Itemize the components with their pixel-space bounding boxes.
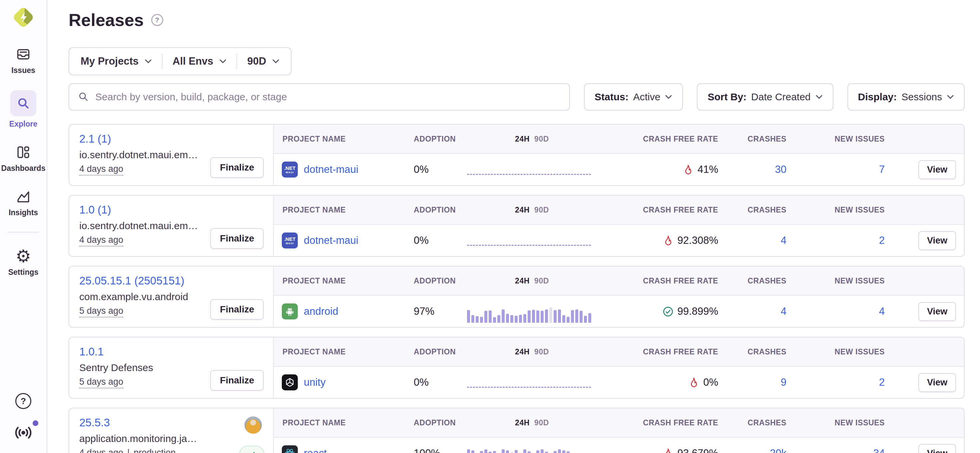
sidebar-item-dashboards[interactable]: Dashboards — [2, 144, 46, 173]
issues-icon — [16, 46, 31, 63]
date-range-filter[interactable]: 90D — [237, 48, 290, 75]
new-issues-link[interactable]: 2 — [879, 377, 885, 388]
adoption-bar — [515, 316, 518, 323]
period-toggle-90d[interactable]: 90D — [534, 135, 549, 143]
crash-free-cell: 99.899% — [597, 305, 720, 318]
adoption-chart-cell — [467, 382, 597, 383]
release-version-link[interactable]: 1.0.1 — [79, 345, 103, 358]
crashes-link[interactable]: 30 — [775, 164, 786, 175]
adoption-bar — [515, 450, 518, 453]
adoption-bar — [506, 314, 509, 323]
period-toggle-24h[interactable]: 24H — [515, 277, 530, 286]
crashes-link[interactable]: 4 — [781, 235, 786, 246]
adoption-bar — [506, 450, 509, 453]
adoption-bar — [523, 449, 526, 453]
status-dropdown[interactable]: Status: Active — [584, 83, 683, 111]
chevron-down-icon — [947, 95, 954, 99]
release-version-link[interactable]: 1.0 (1) — [79, 203, 111, 216]
finalize-button[interactable]: Finalize — [210, 299, 264, 320]
sidebar-item-label: Issues — [11, 66, 35, 75]
toolbar: Status: Active Sort By: Date Created Dis… — [68, 83, 965, 111]
crashes-link[interactable]: 4 — [781, 305, 786, 317]
view-button[interactable]: View — [918, 373, 956, 392]
finalize-button[interactable]: Finalize — [210, 370, 264, 391]
chevron-down-icon — [219, 59, 226, 64]
period-toggle-24h[interactable]: 24H — [515, 135, 530, 143]
adoption-bar — [519, 315, 522, 323]
sentry-logo[interactable] — [11, 5, 35, 31]
release-card: 2.1 (1) io.sentry.dotnet.maui.em… 4 days… — [68, 124, 965, 186]
period-toggle-90d[interactable]: 90D — [534, 205, 549, 215]
whats-new-button[interactable] — [14, 425, 33, 442]
view-button[interactable]: View — [918, 444, 956, 453]
adoption-bar — [471, 315, 474, 323]
view-button[interactable]: View — [918, 160, 956, 179]
release-version-link[interactable]: 25.5.3 — [79, 416, 110, 429]
fire-icon — [688, 377, 699, 388]
view-button[interactable]: View — [918, 231, 956, 250]
sidebar-item-settings[interactable]: ⚙ Settings — [8, 248, 39, 277]
column-header-crash-free-rate: CRASH FREE RATE — [597, 277, 720, 286]
project-link[interactable]: unity — [304, 377, 325, 388]
project-link[interactable]: dotnet-maui — [304, 235, 358, 246]
sidebar-item-explore[interactable]: Explore — [10, 90, 37, 129]
releases-help-icon[interactable]: ? — [151, 14, 163, 26]
release-version-link[interactable]: 2.1 (1) — [79, 133, 111, 145]
adoption-chart — [467, 245, 591, 246]
project-link[interactable]: dotnet-maui — [304, 164, 358, 176]
new-issues-link[interactable]: 7 — [879, 164, 885, 175]
adoption-bar — [528, 451, 531, 453]
project-filter[interactable]: My Projects — [71, 48, 162, 75]
adoption-bar — [467, 310, 470, 323]
adoption-chart — [467, 174, 591, 175]
adoption-bar — [480, 317, 483, 323]
release-created-ago: 4 days ago — [79, 448, 123, 453]
new-issues-link[interactable]: 2 — [879, 235, 885, 246]
adoption-bar — [497, 315, 500, 323]
release-meta: 25.5.3 application.monitoring.ja… 4 days… — [69, 408, 274, 453]
period-toggle-24h[interactable]: 24H — [515, 347, 530, 356]
project-link[interactable]: react — [304, 447, 327, 453]
platform-icon-slot — [282, 304, 298, 319]
period-toggle-24h[interactable]: 24H — [515, 205, 530, 215]
column-header-new-issues: NEW ISSUES — [789, 277, 887, 286]
period-toggle-90d[interactable]: 90D — [534, 277, 549, 286]
adoption-bar — [528, 310, 531, 323]
display-dropdown[interactable]: Display: Sessions — [848, 83, 965, 111]
crashes-link[interactable]: 9 — [781, 377, 786, 388]
crashes-link[interactable]: 20k — [770, 447, 786, 453]
project-cell: unity — [274, 374, 414, 390]
view-button[interactable]: View — [918, 302, 956, 321]
help-circle-icon[interactable]: ? — [15, 393, 31, 409]
check-circle-icon — [663, 306, 673, 317]
crash-free-cell: 93.679% — [597, 447, 720, 453]
sidebar-item-issues[interactable]: Issues — [11, 46, 35, 75]
sidebar-divider — [8, 232, 39, 232]
table-row: .NET MAUI dotnet-maui 0% 92.3 — [274, 225, 964, 256]
adoption-bar — [562, 450, 565, 453]
column-header-adoption: ADOPTION — [414, 347, 467, 356]
project-cell: react — [274, 445, 414, 453]
broadcast-icon — [14, 425, 33, 440]
finalize-button[interactable]: Finalize — [210, 157, 264, 178]
column-header-crash-free-rate: CRASH FREE RATE — [597, 347, 720, 356]
release-created-ago: 4 days ago — [79, 235, 123, 246]
sidebar-item-insights[interactable]: Insights — [9, 188, 38, 217]
project-link[interactable]: android — [304, 305, 338, 318]
sort-by-dropdown[interactable]: Sort By: Date Created — [697, 83, 833, 111]
new-issues-link[interactable]: 34 — [873, 447, 885, 453]
environment-filter[interactable]: All Envs — [162, 48, 237, 75]
release-version-link[interactable]: 25.05.15.1 (2505151) — [79, 275, 185, 287]
adoption-chart — [467, 387, 591, 388]
column-header-project-name: PROJECT NAME — [274, 135, 414, 143]
finalize-button[interactable]: Finalize — [210, 228, 264, 249]
table-row: unity 0% 0% 9 — [274, 367, 964, 398]
period-toggle-24h[interactable]: 24H — [515, 418, 530, 428]
fire-icon — [682, 164, 694, 175]
new-issues-link[interactable]: 4 — [879, 305, 885, 317]
search-input[interactable] — [95, 91, 561, 103]
adoption-bar — [536, 450, 539, 453]
period-toggle-90d[interactable]: 90D — [534, 418, 549, 428]
period-toggle-90d[interactable]: 90D — [534, 347, 549, 356]
new-issues-cell: 7 — [789, 164, 887, 176]
